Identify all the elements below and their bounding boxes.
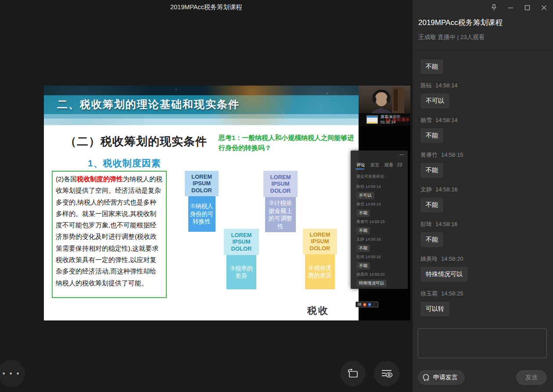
chat-log[interactable]: 不能 陈钰14:58:14 不可以 杨雪14:58:14 xyxy=(413,50,553,325)
active-tab-underline xyxy=(356,169,364,169)
tab-speak[interactable]: 发言 xyxy=(370,162,379,168)
chat-bubble: 可以转 xyxy=(420,302,449,316)
send-button[interactable]: 发送 xyxy=(516,370,547,385)
toolbar-ball-help[interactable]: ? xyxy=(368,303,371,306)
mini-comment-bubble: 不可以 xyxy=(356,192,374,199)
slide-footer-label: 税收 xyxy=(307,304,329,317)
factor-box-3-header: LOREM IPSUM DOLOR xyxy=(224,229,259,255)
factor-box-1-label: ①纳税人身份的可转换性 xyxy=(188,196,215,232)
live-chat-panel: 2019MPAcc税务筹划课程 王成敬 直播中 | 23人观看 不能 陈钰14:… xyxy=(413,0,553,392)
mini-comment-item: 黄睿竹 14:58:15 不能 xyxy=(356,219,406,234)
tab-viewers[interactable]: 观看 · 23 xyxy=(384,162,402,168)
slide-subsection-heading: 1、税收制度因素 xyxy=(88,157,161,169)
screen-thumbnail xyxy=(366,115,378,124)
chat-timestamp: 14:58:15 xyxy=(441,151,463,158)
presentation-status-bar: 屏幕演示中 01:11:14 退出演示 xyxy=(359,113,410,126)
app-window: 2019MPAcc税务筹划课程 二、税收筹划的理论基础和现实条件 屏幕演示中 0… xyxy=(0,0,553,392)
chat-message: 彭琦14:58:16 不能 xyxy=(420,220,545,247)
factor-box-4: LOREM IPSUM DOLOR ④税收优惠的差异 xyxy=(303,229,337,289)
slide-content: （二）税收筹划的现实条件 思考1：一般纳税人和小规模纳税人之间能够进行身份的转换… xyxy=(44,125,359,320)
chat-bubble: 不可以 xyxy=(420,94,449,108)
chat-message: 徐玉霜14:58:25 可以转 xyxy=(420,290,545,316)
exit-presentation-label: 退出演示 xyxy=(392,117,409,123)
mini-comment-list[interactable]: 陈钰 14:58:14 不可以 杨雪 14:58:14 不能 xyxy=(356,184,406,289)
mini-comment-author: 杨雪 xyxy=(356,202,364,206)
chat-message: 杨雪14:58:14 不能 xyxy=(420,116,545,143)
chat-message-list: 陈钰14:58:14 不可以 杨雪14:58:14 不能 黄睿竹14 xyxy=(420,82,545,316)
slide-paragraph-box: (2)各国税收制度的弹性为纳税人的税收筹划提供了空间。经济活动是复杂多变的,纳税… xyxy=(52,171,167,298)
toolbar-ball-s[interactable]: S xyxy=(363,303,366,306)
mini-comment-author: 文静 xyxy=(356,237,364,241)
mini-comment-bubble: 特殊情况可以 xyxy=(356,280,387,287)
factor-box-4-label: ④税收优惠的差异 xyxy=(305,254,335,289)
rotate-screen-icon xyxy=(347,368,359,379)
close-icon[interactable] xyxy=(540,4,548,11)
chat-author: 黄睿竹 xyxy=(420,151,438,158)
chat-bubble: 不能 xyxy=(420,232,443,247)
pushpin-icon[interactable] xyxy=(490,4,498,11)
factor-box-2-header: LOREM IPSUM DOLOR xyxy=(263,171,298,197)
chat-message: 陈钰14:58:14 不可以 xyxy=(420,82,545,108)
paragraph-rest: 为纳税人的税收筹划提供了空间。经济活动是复杂多变的,纳税人的经营方式也是多种多样… xyxy=(56,175,162,287)
stream-title: 2019MPAcc税务筹划课程 xyxy=(418,18,503,28)
mini-comment-item: 陈钰 14:58:14 不可以 xyxy=(356,184,406,199)
paragraph-prefix: (2)各国 xyxy=(56,175,77,183)
paragraph-highlight: 税收制度的弹性 xyxy=(77,175,123,183)
exit-icon xyxy=(386,118,391,122)
mini-comment-time: 14:58:20 xyxy=(370,272,385,277)
mini-comment-bubble: 不能 xyxy=(356,262,370,270)
chat-bubble: 不能 xyxy=(420,198,443,212)
chat-bubble: 不能 xyxy=(420,128,443,143)
chat-message: 不能 xyxy=(420,59,545,74)
chat-timestamp: 14:58:16 xyxy=(435,221,458,227)
chat-message: 姚美玲14:58:20 特殊情况可以 xyxy=(420,255,545,282)
mini-comment-author: 黄睿竹 xyxy=(356,219,368,224)
more-options-button[interactable]: • • • xyxy=(0,360,25,387)
stream-subtitle: 王成敬 直播中 | 23人观看 xyxy=(418,33,485,41)
presenter-webcam xyxy=(359,86,410,113)
mini-comment-author: 陈钰 xyxy=(356,184,364,189)
factor-box-1: LOREM IPSUM DOLOR ①纳税人身份的可转换性 xyxy=(185,171,219,232)
mini-comment-time: 14:58:14 xyxy=(366,184,381,189)
mini-comment-time: 14:58:16 xyxy=(366,255,381,259)
slide-banner-title: 二、税收筹划的理论基础和现实条件 xyxy=(57,97,240,111)
chat-message: 文静14:58:16 不能 xyxy=(420,186,545,212)
mini-comment-time: 14:58:15 xyxy=(370,219,385,224)
desktop-mini-toolbar: C3 S ? ⋮ xyxy=(356,302,378,307)
comment-permission-notice: 观众可发表评论 · xyxy=(356,174,387,180)
comment-list-toggle-button[interactable] xyxy=(374,361,399,386)
slide-section-heading: （二）税收筹划的现实条件 xyxy=(65,134,207,149)
chat-input[interactable] xyxy=(418,328,547,358)
exit-presentation-button[interactable]: 退出演示 xyxy=(386,117,409,123)
rotate-screen-button[interactable] xyxy=(340,361,366,386)
chat-author: 杨雪 xyxy=(420,117,432,123)
request-speak-button[interactable]: 申请发言 xyxy=(418,370,465,385)
slide-banner: 二、税收筹划的理论基础和现实条件 xyxy=(44,86,359,125)
minimize-panel-icon[interactable]: — xyxy=(399,151,404,157)
factor-box-3: LOREM IPSUM DOLOR ③税率的差异 xyxy=(224,229,259,289)
chat-message: 黄睿竹14:58:15 不能 xyxy=(420,151,545,178)
ellipsis-icon: • • • xyxy=(3,370,21,378)
chat-timestamp: 14:58:14 xyxy=(435,82,458,89)
toolbar-dots[interactable]: ⋮ xyxy=(373,303,376,306)
mini-comment-bubble: 不能 xyxy=(356,227,370,234)
chat-author: 陈钰 xyxy=(420,82,432,89)
mini-comment-bubble: 不能 xyxy=(356,245,370,252)
factor-box-4-header: LOREM IPSUM DOLOR xyxy=(303,229,337,254)
chat-author: 姚美玲 xyxy=(420,255,438,262)
mini-comment-item: 彭琦 14:58:16 不能 xyxy=(356,254,406,270)
toolbar-chip[interactable]: C3 xyxy=(357,303,362,306)
tab-comments[interactable]: 评论 xyxy=(356,162,365,168)
mini-comment-panel: — 评论 发言 观看 · 23 观众可发表评论 · 陈钰 14:58:14 xyxy=(351,151,408,289)
factor-box-3-label: ③税率的差异 xyxy=(226,255,256,289)
slide-question: 思考1：一般纳税人和小规模纳税人之间能够进行身份的转换吗？ xyxy=(219,133,356,153)
maximize-icon[interactable] xyxy=(523,4,531,11)
request-speak-label: 申请发言 xyxy=(433,374,458,381)
minimize-icon[interactable] xyxy=(506,4,514,11)
chat-author: 文静 xyxy=(420,186,432,193)
chat-author: 彭琦 xyxy=(420,221,432,227)
chat-bubble: 不能 xyxy=(420,59,443,74)
chat-timestamp: 14:58:16 xyxy=(435,186,458,193)
factor-box-2-label: ②计税依据金额上的可调整性 xyxy=(265,197,296,232)
chat-bubble: 不能 xyxy=(420,163,443,178)
